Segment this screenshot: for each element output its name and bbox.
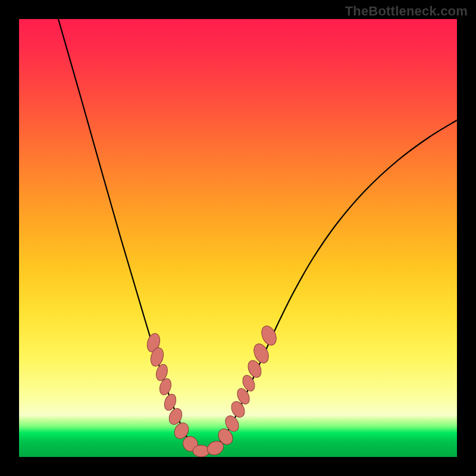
bead-marker xyxy=(193,445,209,457)
watermark-text: TheBottleneck.com xyxy=(345,4,468,19)
chart-svg xyxy=(19,19,457,457)
chart-plot-area xyxy=(19,19,457,457)
curve-left xyxy=(58,19,203,453)
chart-frame: TheBottleneck.com xyxy=(0,0,476,476)
curve-right xyxy=(203,120,457,453)
bead-markers xyxy=(145,324,279,457)
